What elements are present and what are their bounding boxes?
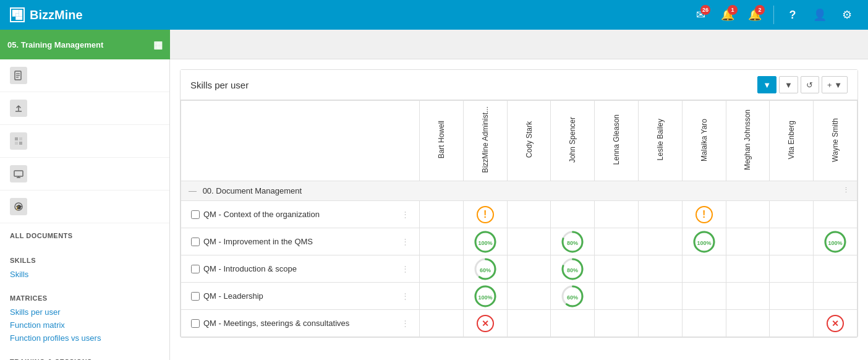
progress-80-john: 80% (560, 229, 585, 254)
filter-down-button[interactable]: ▼ (779, 76, 798, 93)
svg-rect-9 (15, 137, 18, 140)
sidebar-link-function-profiles[interactable]: Function profiles vs users (10, 332, 160, 345)
cell-context-wayne (814, 201, 857, 228)
row-label-meetings: QM - Meetings, steerings & consultatives… (181, 310, 420, 337)
cell-intro-malaika (682, 255, 726, 283)
col-label-john-spencer: John Spencer (568, 117, 577, 163)
svg-text:60%: 60% (567, 294, 578, 301)
app-title: BizzMine (30, 8, 83, 22)
sidebar-nav-all-docs[interactable] (0, 59, 169, 92)
row-label-leadership: QM - Leadership ⋮ (181, 283, 420, 310)
panel-header: Skills per user ▼ ▼ ↺ + ▼ (181, 70, 857, 100)
row-options-icon[interactable]: ⋮ (401, 210, 409, 219)
label-header (181, 101, 420, 181)
help-button[interactable]: ? (781, 4, 804, 26)
svg-rect-3 (15, 17, 22, 20)
col-label-vita-enberg: Vita Enberg (787, 121, 796, 160)
cell-improvement-meghan (726, 228, 770, 255)
matrix-icon (10, 132, 27, 150)
filter-button[interactable]: ▼ (757, 76, 777, 93)
sidebar: 🎓 ALL DOCUMENTS SKILLS Skills MATRICES S… (0, 59, 170, 360)
sidebar-link-skills[interactable]: Skills (10, 268, 160, 281)
settings-button[interactable]: ⚙ (836, 4, 858, 26)
sidebar-nav-exams[interactable]: 🎓 (0, 191, 169, 223)
cell-intro-john: 80% (551, 255, 595, 283)
cell-context-bizzmine: ! (463, 201, 507, 228)
skills-per-user-panel: Skills per user ▼ ▼ ↺ + ▼ (180, 69, 858, 338)
progress-60-bizzmine: 60% (473, 257, 498, 281)
sidebar-top-icon: ▦ (153, 39, 163, 51)
row-checkbox-leadership[interactable] (191, 292, 200, 301)
sidebar-link-skills-per-user[interactable]: Skills per user (10, 306, 160, 319)
header-bizzmine-admin: BizzMine Administ... (463, 101, 507, 181)
svg-rect-2 (19, 10, 22, 17)
sidebar-link-function-matrix[interactable]: Function matrix (10, 319, 160, 332)
svg-text:60%: 60% (480, 267, 491, 273)
cell-context-cody (507, 201, 551, 228)
svg-rect-10 (19, 137, 22, 140)
bell-button[interactable]: 🔔 1 (717, 4, 739, 26)
header-leslie-bailey: Leslie Bailey (639, 101, 683, 181)
sidebar-nav-upload[interactable] (0, 92, 169, 125)
x-badge-wayne: ✕ (827, 315, 844, 332)
logo-area: BizzMine (10, 7, 83, 22)
cell-improvement-vita (770, 228, 814, 255)
row-options-icon[interactable]: ⋮ (401, 237, 409, 246)
header-vita-enberg: Vita Enberg (770, 101, 814, 181)
sidebar-nav-matrix[interactable] (0, 125, 169, 158)
section-title-matrices: MATRICES (10, 294, 160, 302)
svg-rect-12 (19, 142, 22, 145)
svg-rect-1 (15, 13, 19, 16)
cell-improvement-john: 80% (551, 228, 595, 255)
chevron-down-icon: ▼ (785, 80, 793, 90)
sidebar-nav-training[interactable] (0, 158, 169, 191)
cell-context-vita (770, 201, 814, 228)
cell-context-malaika: ! (682, 201, 726, 228)
cell-intro-cody (507, 255, 551, 283)
row-checkbox-intro[interactable] (191, 265, 200, 273)
cell-leadership-bart (420, 283, 464, 310)
progress-100-wayne: 100% (823, 229, 848, 254)
sidebar-top-label: 05. Training Management (7, 40, 103, 49)
cell-meetings-malaika (682, 310, 726, 337)
cell-leadership-meghan (726, 283, 770, 310)
col-label-cody-stark: Cody Stark (525, 121, 534, 158)
cell-improvement-malaika: 100% (682, 228, 726, 255)
table-container: Bart Howell BizzMine Administ... Cody St… (181, 100, 857, 337)
row-options-icon[interactable]: ⋮ (401, 319, 409, 328)
table-row: QM - Leadership ⋮ 100% (181, 283, 857, 310)
cell-context-meghan (726, 201, 770, 228)
row-checkbox-improvement[interactable] (191, 238, 200, 246)
user-button[interactable]: 👤 (809, 4, 831, 26)
row-options-icon[interactable]: ⋮ (401, 264, 409, 273)
col-label-leslie-bailey: Leslie Bailey (656, 119, 665, 160)
refresh-button[interactable]: ↺ (801, 76, 819, 93)
cell-intro-vita (770, 255, 814, 283)
alert-button[interactable]: 🔔 2 (744, 4, 766, 26)
main-layout: 🎓 ALL DOCUMENTS SKILLS Skills MATRICES S… (0, 59, 868, 360)
header-wayne-smith: Wayne Smith (814, 101, 857, 181)
training-icon (10, 165, 27, 182)
cell-meetings-leslie (639, 310, 683, 337)
header-lenna-gleason: Lenna Gleason (595, 101, 639, 181)
group-options-icon[interactable]: ⋮ (843, 186, 849, 194)
row-text-context: QM - Context of the organization (203, 210, 320, 219)
add-button[interactable]: + ▼ (822, 76, 848, 93)
cell-intro-lenna (595, 255, 639, 283)
col-label-meghan-johnsson: Meghan Johnsson (743, 109, 752, 170)
cell-meetings-bizzmine: ✕ (463, 310, 507, 337)
panel-title: Skills per user (190, 80, 249, 90)
bell-badge: 1 (728, 5, 738, 15)
cell-meetings-bart (420, 310, 464, 337)
sidebar-section-all-documents: ALL DOCUMENTS (0, 223, 169, 248)
logo-icon (10, 7, 25, 22)
group-toggle-icon[interactable]: — (189, 186, 197, 195)
row-options-icon[interactable]: ⋮ (401, 291, 409, 301)
mail-button[interactable]: ✉ 26 (689, 4, 712, 26)
table-row: QM - Meetings, steerings & consultatives… (181, 310, 857, 337)
cell-improvement-lenna (595, 228, 639, 255)
help-icon: ? (789, 9, 796, 22)
row-checkbox-context[interactable] (191, 210, 200, 219)
sidebar-top-bar[interactable]: 05. Training Management ▦ (0, 30, 170, 59)
row-checkbox-meetings[interactable] (191, 319, 200, 328)
